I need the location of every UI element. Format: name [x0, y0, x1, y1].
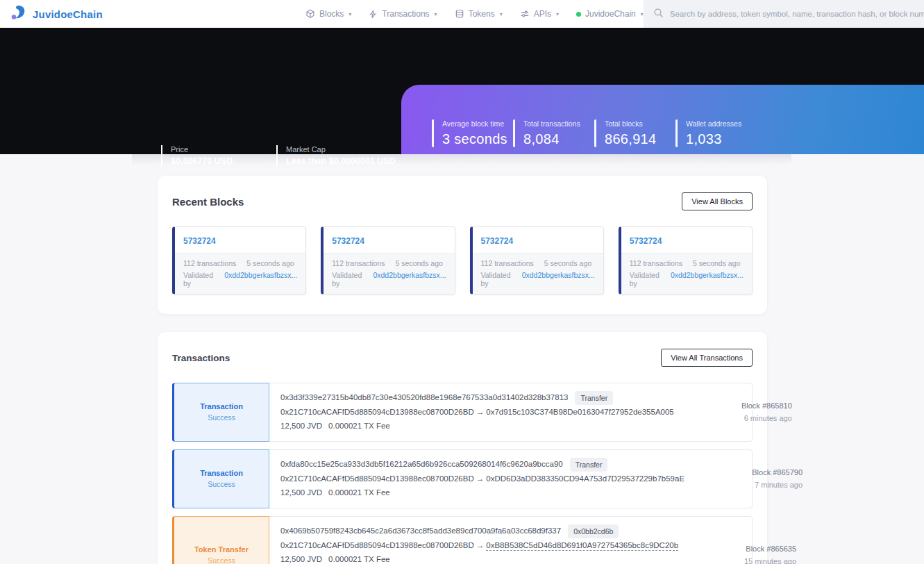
search-bar — [644, 0, 924, 28]
block-card-meta: 112 transactions 5 seconds ago Validated… — [473, 253, 603, 294]
nav-label: Blocks — [319, 9, 344, 19]
block-tx-count: 112 transactions — [183, 259, 236, 267]
transaction-details: 0xfda80cc15e25ca933d3db5f16212a65d6b926c… — [269, 450, 696, 508]
transaction-hash: 0x3d3f339e27315b40db87c30e430520fd88e196… — [280, 392, 568, 404]
transaction-hash: 0x4069b50759f8243cb645c2a6d3673cc8f5add3… — [280, 525, 561, 538]
validator-link[interactable]: 0xdd2bbgerkasfbzsx... — [373, 271, 446, 279]
nav-label: JuvidoeChain — [585, 9, 636, 19]
logo-icon — [10, 4, 27, 24]
coins-icon — [455, 9, 464, 19]
transaction-amount: 12,500 JVD — [280, 554, 322, 564]
transaction-amount: 12,500 JVD — [280, 420, 322, 433]
main-content: Recent Blocks View All Blocks 5732724 11… — [158, 176, 767, 564]
nav-item-blocks[interactable]: Blocks ▾ — [305, 9, 351, 19]
block-number-link[interactable]: 5732724 — [481, 236, 514, 246]
block-age: 5 seconds ago — [544, 259, 591, 267]
recent-blocks-header: Recent Blocks View All Blocks — [172, 192, 753, 210]
nav-label: Tokens — [469, 9, 495, 19]
to-contract-address: 0xB8B538C5dD46d8D691f0A972754365bc8c9DC2… — [486, 541, 678, 549]
method-tag: 0x0bb2cd6b — [568, 524, 619, 538]
transactions-list: Transaction Success 0x3d3f339e27315b40db… — [172, 383, 753, 564]
stat-value: 8,084 — [523, 131, 594, 147]
price-value: $0.026770 USD — [171, 156, 233, 166]
block-number-link[interactable]: 5732724 — [332, 236, 364, 246]
main-nav: Blocks ▾ Transactions ▾ Tokens ▾ APIs ▾ — [305, 9, 644, 19]
stat-value: 1,033 — [686, 131, 757, 147]
network-selector[interactable]: JuvidoeChain ▾ — [576, 9, 644, 19]
transaction-row: Token Transfer Success 0x4069b50759f8243… — [172, 516, 753, 564]
from-address: 0x21C710cACAFfD5d885094cD13988ec08700D26… — [280, 541, 474, 549]
validator-link[interactable]: 0xdd2bbgerkasfbzsx... — [522, 271, 595, 279]
chevron-down-icon: ▾ — [348, 11, 351, 17]
block-tx-count: 112 transactions — [481, 259, 534, 267]
to-address: 0xDD6D3aDD383350CD94A753d7D29537229b7b59… — [486, 474, 684, 483]
transaction-details: 0x3d3f339e27315b40db87c30e430520fd88e196… — [269, 383, 685, 441]
transaction-details: 0x4069b50759f8243cb645c2a6d3673cc8f5add3… — [269, 517, 689, 564]
chevron-down-icon: ▾ — [435, 11, 437, 17]
block-number-link[interactable]: 5732724 — [630, 236, 662, 246]
sliders-icon — [520, 9, 530, 19]
stat-label: Average block time — [442, 119, 513, 128]
block-card-top: 5732724 — [324, 227, 454, 253]
top-navigation-bar: JuvidoeChain Blocks ▾ Transactions ▾ Tok… — [0, 0, 924, 28]
transaction-meta: Block #865635 15 minutes ago — [689, 517, 807, 564]
nav-label: Transactions — [382, 9, 429, 19]
block-card: 5732724 112 transactions 5 seconds ago V… — [619, 226, 753, 295]
search-input[interactable] — [670, 10, 924, 18]
logo[interactable]: JuvidoeChain — [0, 4, 305, 24]
stat-wallet-addresses: Wallet addresses 1,033 — [675, 119, 757, 147]
block-card-top: 5732724 — [473, 227, 603, 253]
nav-item-tokens[interactable]: Tokens ▾ — [455, 9, 503, 19]
nav-item-apis[interactable]: APIs ▾ — [520, 9, 559, 19]
stat-value: 866,914 — [605, 131, 675, 147]
view-all-blocks-button[interactable]: View All Blocks — [682, 192, 753, 210]
transaction-meta: Block #865790 7 minutes ago — [696, 450, 814, 508]
transactions-title: Transactions — [172, 353, 230, 363]
stat-average-block-time: Average block time 3 seconds — [432, 119, 513, 147]
transaction-meta: Block #865810 6 minutes ago — [685, 383, 803, 441]
block-age: 5 seconds ago — [693, 259, 740, 267]
block-card-top: 5732724 — [621, 227, 752, 253]
network-stats: Average block time 3 seconds Total trans… — [432, 119, 757, 147]
stat-label: Total blocks — [605, 119, 675, 128]
to-address: 0x7d915c103C374B98De0163047f27952de355A0… — [486, 408, 674, 416]
nav-item-transactions[interactable]: Transactions ▾ — [369, 9, 437, 19]
block-card-meta: 112 transactions 5 seconds ago Validated… — [324, 253, 454, 294]
from-address: 0x21C710cACAFfD5d885094cD13988ec08700D26… — [280, 474, 474, 483]
transaction-type-badge: Token Transfer Success — [172, 516, 269, 564]
transaction-row: Transaction Success 0x3d3f339e27315b40db… — [172, 383, 753, 442]
search-icon — [653, 8, 664, 21]
block-number-link[interactable]: 5732724 — [183, 236, 216, 246]
blocks-grid: 5732724 112 transactions 5 seconds ago V… — [172, 226, 753, 295]
block-tx-count: 112 transactions — [332, 259, 385, 267]
transaction-age: 7 minutes ago — [707, 481, 803, 489]
validator-link[interactable]: 0xdd2bbgerkasfbzsx... — [224, 271, 297, 279]
transaction-fee: 0.000021 TX Fee — [328, 420, 390, 433]
market-cap-stat: Market Cap Less than $0.0000001 USD — [276, 145, 396, 166]
network-stats-panel: Average block time 3 seconds Total trans… — [401, 85, 924, 154]
block-card-meta: 112 transactions 5 seconds ago Validated… — [621, 253, 752, 294]
stat-total-transactions: Total transactions 8,084 — [513, 119, 594, 147]
zap-icon — [369, 10, 378, 19]
block-reference: Block #865790 — [707, 468, 803, 476]
block-tx-count: 112 transactions — [630, 259, 682, 267]
method-tag: Transfer — [570, 458, 608, 472]
block-card: 5732724 112 transactions 5 seconds ago V… — [172, 226, 306, 295]
stat-label: Total transactions — [523, 119, 594, 128]
validator-link[interactable]: 0xdd2bbgerkasfbzsx... — [671, 271, 744, 279]
transaction-hash: 0xfda80cc15e25ca933d3db5f16212a65d6b926c… — [280, 458, 563, 471]
transaction-age: 6 minutes ago — [696, 414, 792, 422]
block-card: 5732724 112 transactions 5 seconds ago V… — [470, 226, 604, 295]
market-cap-value: Less than $0.0000001 USD — [286, 156, 396, 166]
transaction-type-badge: Transaction Success — [172, 449, 269, 508]
price-label: Price — [171, 145, 233, 154]
hero-section: Average block time 3 seconds Total trans… — [0, 28, 924, 154]
transaction-status: Success — [208, 413, 235, 422]
view-all-transactions-button[interactable]: View All Transactions — [661, 349, 753, 367]
transaction-type: Token Transfer — [194, 545, 249, 554]
arrow-right-icon: → — [474, 541, 487, 549]
block-card-top: 5732724 — [175, 227, 305, 253]
block-reference: Block #865810 — [696, 401, 792, 410]
transaction-fee: 0.000021 TX Fee — [328, 487, 390, 499]
transactions-card: Transactions View All Transactions Trans… — [158, 332, 767, 564]
